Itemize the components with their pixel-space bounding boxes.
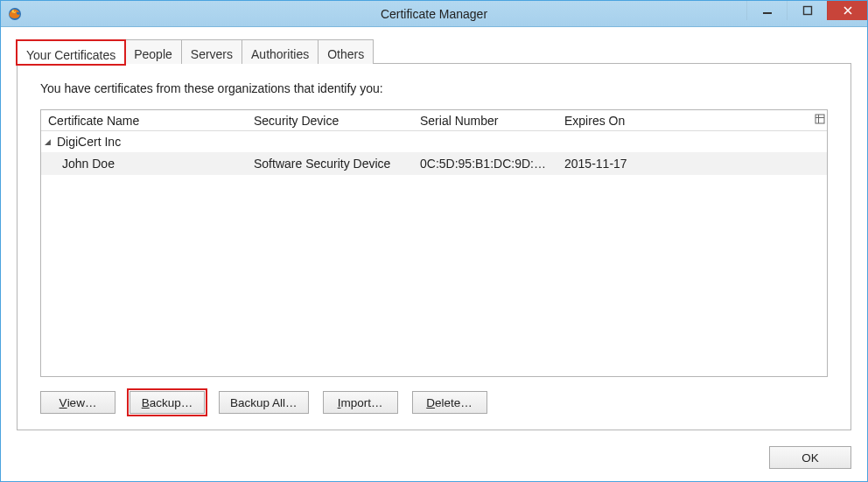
window-controls <box>746 1 867 20</box>
col-header-name[interactable]: Certificate Name <box>41 114 247 128</box>
svg-rect-2 <box>803 7 811 15</box>
cell-expires: 2015-11-17 <box>557 157 827 171</box>
delete-button[interactable]: Delete… <box>412 391 487 414</box>
firefox-icon <box>6 5 24 23</box>
col-header-expires[interactable]: Expires On <box>557 114 808 128</box>
tab-your-certificates[interactable]: Your Certificates <box>17 40 125 65</box>
svg-rect-3 <box>816 115 824 123</box>
titlebar[interactable]: Certificate Manager <box>1 1 867 27</box>
tab-servers[interactable]: Servers <box>181 39 242 64</box>
tab-others[interactable]: Others <box>318 39 374 64</box>
table-group-row[interactable]: ◢DigiCert Inc <box>41 131 827 152</box>
chevron-down-icon[interactable]: ◢ <box>45 137 55 146</box>
button-row: View…Backup…Backup All…Import…Delete… <box>40 391 828 414</box>
cert-table: Certificate Name Security Device Serial … <box>40 109 828 377</box>
certificate-manager-window: Certificate Manager Your CertificatesPeo… <box>0 0 868 482</box>
table-row[interactable]: John DoeSoftware Security Device0C:5D:95… <box>41 152 827 175</box>
ok-button[interactable]: OK <box>769 446 851 469</box>
maximize-button[interactable] <box>787 1 827 20</box>
group-label: DigiCert Inc <box>57 135 121 149</box>
tabstrip: Your CertificatesPeopleServersAuthoritie… <box>17 39 851 64</box>
ok-row: OK <box>17 446 851 469</box>
column-picker-icon[interactable] <box>808 114 827 127</box>
window-title: Certificate Manager <box>1 7 867 21</box>
table-body[interactable]: ◢DigiCert IncJohn DoeSoftware Security D… <box>41 131 827 376</box>
col-header-device[interactable]: Security Device <box>247 114 413 128</box>
client-area: Your CertificatesPeopleServersAuthoritie… <box>17 39 851 469</box>
tab-authorities[interactable]: Authorities <box>242 39 318 64</box>
panel-description: You have certificates from these organiz… <box>40 81 828 95</box>
backup-all-button[interactable]: Backup All… <box>219 391 309 414</box>
col-header-serial[interactable]: Serial Number <box>413 114 557 128</box>
svg-rect-1 <box>763 12 772 14</box>
minimize-button[interactable] <box>746 1 787 20</box>
import-button[interactable]: Import… <box>323 391 398 414</box>
table-header-row: Certificate Name Security Device Serial … <box>41 110 827 131</box>
tab-people[interactable]: People <box>124 39 182 64</box>
tab-panel-your-certificates: You have certificates from these organiz… <box>17 63 851 430</box>
cell-serial: 0C:5D:95:B1:DC:9D:BC:... <box>413 157 557 171</box>
close-button[interactable] <box>827 1 867 20</box>
cell-name: John Doe <box>41 157 247 171</box>
cell-device: Software Security Device <box>247 157 413 171</box>
view-button[interactable]: View… <box>40 391 116 414</box>
backup-button[interactable]: Backup… <box>130 391 205 414</box>
